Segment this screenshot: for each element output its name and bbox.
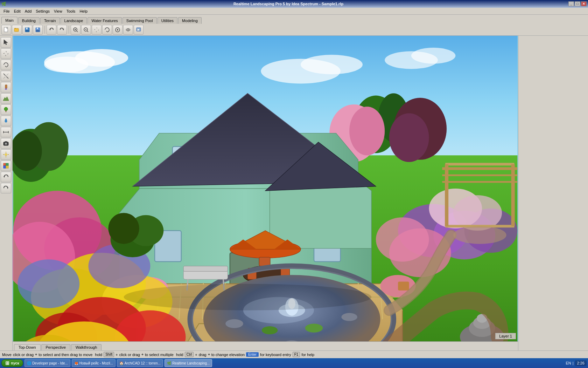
taskbar-item-label-3: Realtime Landscaping... (172, 361, 210, 365)
status-plus1: + (115, 353, 118, 357)
menubar: File Edit Add Settings View Tools Help (0, 8, 588, 15)
reset-view-button[interactable] (113, 25, 122, 35)
svg-point-134 (18, 259, 79, 308)
svg-rect-5 (26, 28, 28, 29)
svg-point-173 (453, 226, 506, 244)
redo-side-button[interactable] (1, 183, 11, 193)
camera-tool[interactable] (1, 138, 11, 149)
tray-icons: EN (566, 361, 571, 365)
svg-point-148 (376, 217, 429, 261)
new-button[interactable] (1, 25, 11, 35)
status-to-select: to select and then drag to move (38, 353, 92, 357)
save-as-button[interactable] (22, 25, 32, 35)
statusbar: Move click or drag ⌖ to select and then … (0, 350, 588, 358)
terrain-tool[interactable] (1, 93, 11, 104)
tabbar: Main Building Terrain Landscape Water Fe… (0, 15, 588, 24)
svg-rect-60 (4, 166, 6, 168)
svg-rect-9 (36, 30, 40, 32)
f1-key-badge: F1 (293, 352, 300, 357)
svg-point-28 (128, 29, 129, 30)
save-button[interactable] (33, 25, 43, 35)
svg-point-162 (262, 326, 278, 334)
svg-marker-34 (5, 54, 6, 56)
view-tabs-bar: Top-Down Perspective Walkthrough (13, 341, 518, 350)
ctrl-key-badge: Ctrl (185, 352, 194, 357)
taskbar-item-0[interactable]: 🌐 Developer page - Ide... (24, 359, 70, 367)
taskbar-item-icon-0: 🌐 (27, 361, 31, 365)
svg-point-44 (4, 107, 8, 111)
cursor-icon-3: ⌖ (208, 352, 210, 357)
svg-rect-2 (14, 28, 19, 32)
viewport[interactable]: N Orbit Height Layer 1 Top-Down Perspect… (13, 36, 518, 350)
taskbar-item-icon-1: 🦊 (74, 361, 78, 365)
zoom-in-button[interactable] (71, 25, 80, 35)
measure-tool[interactable] (1, 127, 11, 137)
rotate-obj-tool[interactable] (1, 60, 11, 70)
undo-button[interactable] (47, 25, 56, 35)
svg-point-25 (117, 29, 118, 30)
svg-point-81 (349, 107, 385, 155)
tab-building[interactable]: Building (18, 17, 40, 24)
menu-file[interactable]: File (1, 8, 12, 14)
menu-edit[interactable]: Edit (12, 8, 23, 14)
view-tab-topdown[interactable]: Top-Down (14, 344, 41, 350)
taskbar-item-3[interactable]: 🌿 Realtime Landscaping... (164, 359, 212, 367)
light-tool[interactable] (1, 149, 11, 160)
svg-point-161 (305, 323, 323, 332)
menu-view[interactable]: View (52, 8, 64, 14)
rotate-view-button[interactable] (102, 25, 112, 35)
svg-marker-11 (63, 29, 64, 30)
water-tool[interactable] (1, 116, 11, 126)
move-tool[interactable] (1, 48, 11, 59)
pan-button[interactable] (92, 25, 102, 35)
scene-render: N Orbit Height (13, 36, 518, 341)
svg-marker-10 (49, 29, 51, 30)
tab-utilities[interactable]: Utilities (158, 17, 177, 24)
right-panel (518, 36, 588, 350)
tab-terrain[interactable]: Terrain (40, 17, 60, 24)
cursor-icon-2: ⌖ (141, 352, 144, 357)
menu-tools[interactable]: Tools (64, 8, 78, 14)
scale-tool[interactable] (1, 71, 11, 81)
minimize-button[interactable]: _ (568, 1, 574, 6)
tab-water-features[interactable]: Water Features (88, 17, 121, 24)
start-button[interactable]: ⊞ пуск (1, 359, 23, 367)
tab-main[interactable]: Main (1, 17, 18, 24)
taskbar-item-2[interactable]: 🏠 ArchiCAD 12 :: torren... (117, 359, 163, 367)
cursor-icon: ⌖ (35, 352, 37, 357)
render-button[interactable] (134, 25, 144, 35)
menu-settings[interactable]: Settings (34, 8, 52, 14)
view-tab-walkthrough[interactable]: Walkthrough (71, 344, 102, 350)
taskbar-item-1[interactable]: 🦊 Новый рейс - Mozil... (72, 359, 115, 367)
toolbar (0, 24, 588, 36)
svg-marker-31 (4, 40, 8, 45)
material-tool[interactable] (1, 161, 11, 171)
status-help: for help (301, 353, 314, 357)
tab-landscape[interactable]: Landscape (61, 17, 87, 24)
svg-marker-43 (3, 97, 9, 101)
menu-add[interactable]: Add (23, 8, 34, 14)
scene-area[interactable]: N Orbit Height Layer 1 (13, 36, 518, 341)
select-tool[interactable] (1, 37, 11, 48)
svg-point-143 (108, 213, 139, 244)
close-button[interactable]: ✕ (581, 1, 587, 6)
svg-point-79 (389, 113, 429, 162)
menu-help[interactable]: Help (77, 8, 90, 14)
taskbar-item-label-1: Новый рейс - Mozil... (79, 361, 113, 365)
redo-button[interactable] (57, 25, 67, 35)
undo-side-button[interactable] (1, 172, 11, 182)
svg-rect-41 (5, 85, 7, 88)
svg-point-155 (225, 319, 243, 328)
tab-swimming-pool[interactable]: Swimming Pool (122, 17, 157, 24)
open-button[interactable] (12, 25, 22, 35)
orbit-button[interactable] (123, 25, 133, 35)
maximize-button[interactable]: □ (575, 1, 580, 6)
plant-tool[interactable] (1, 104, 11, 115)
paint-tool[interactable] (1, 82, 11, 93)
svg-rect-58 (4, 163, 6, 166)
zoom-out-button[interactable] (81, 25, 91, 35)
svg-line-38 (6, 76, 8, 79)
tab-modeling[interactable]: Modeling (178, 17, 202, 24)
svg-line-39 (4, 76, 6, 79)
view-tab-perspective[interactable]: Perspective (41, 344, 70, 350)
